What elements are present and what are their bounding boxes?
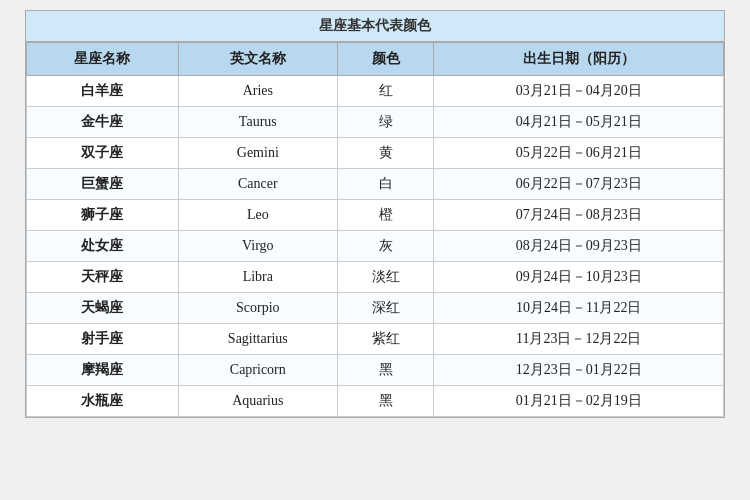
cell-color: 深红 xyxy=(337,293,434,324)
cell-color: 白 xyxy=(337,169,434,200)
cell-dates: 09月24日－10月23日 xyxy=(434,262,724,293)
cell-color: 淡红 xyxy=(337,262,434,293)
table-header-row: 星座名称 英文名称 颜色 出生日期（阳历） xyxy=(27,43,724,76)
cell-english-name: Scorpio xyxy=(178,293,337,324)
table-row: 天蝎座Scorpio深红10月24日－11月22日 xyxy=(27,293,724,324)
cell-chinese-name: 双子座 xyxy=(27,138,179,169)
cell-chinese-name: 巨蟹座 xyxy=(27,169,179,200)
cell-color: 橙 xyxy=(337,200,434,231)
zodiac-table: 星座名称 英文名称 颜色 出生日期（阳历） 白羊座Aries红03月21日－04… xyxy=(26,42,724,417)
cell-dates: 07月24日－08月23日 xyxy=(434,200,724,231)
cell-english-name: Taurus xyxy=(178,107,337,138)
table-row: 双子座Gemini黄05月22日－06月21日 xyxy=(27,138,724,169)
cell-chinese-name: 摩羯座 xyxy=(27,355,179,386)
cell-chinese-name: 天蝎座 xyxy=(27,293,179,324)
table-title: 星座基本代表颜色 xyxy=(26,11,724,42)
cell-dates: 03月21日－04月20日 xyxy=(434,76,724,107)
cell-dates: 12月23日－01月22日 xyxy=(434,355,724,386)
cell-english-name: Gemini xyxy=(178,138,337,169)
table-row: 巨蟹座Cancer白06月22日－07月23日 xyxy=(27,169,724,200)
cell-chinese-name: 金牛座 xyxy=(27,107,179,138)
table-row: 处女座Virgo灰08月24日－09月23日 xyxy=(27,231,724,262)
cell-chinese-name: 处女座 xyxy=(27,231,179,262)
main-container: 星座基本代表颜色 星座名称 英文名称 颜色 出生日期（阳历） 白羊座Aries红… xyxy=(25,10,725,418)
cell-color: 紫红 xyxy=(337,324,434,355)
cell-dates: 08月24日－09月23日 xyxy=(434,231,724,262)
cell-dates: 10月24日－11月22日 xyxy=(434,293,724,324)
cell-chinese-name: 射手座 xyxy=(27,324,179,355)
cell-english-name: Aquarius xyxy=(178,386,337,417)
cell-dates: 05月22日－06月21日 xyxy=(434,138,724,169)
cell-english-name: Aries xyxy=(178,76,337,107)
cell-chinese-name: 天秤座 xyxy=(27,262,179,293)
header-english-name: 英文名称 xyxy=(178,43,337,76)
table-row: 摩羯座Capricorn黑12月23日－01月22日 xyxy=(27,355,724,386)
table-row: 水瓶座Aquarius黑01月21日－02月19日 xyxy=(27,386,724,417)
cell-chinese-name: 水瓶座 xyxy=(27,386,179,417)
header-dates: 出生日期（阳历） xyxy=(434,43,724,76)
cell-chinese-name: 白羊座 xyxy=(27,76,179,107)
table-row: 射手座Sagittarius紫红11月23日－12月22日 xyxy=(27,324,724,355)
cell-color: 黑 xyxy=(337,386,434,417)
cell-english-name: Leo xyxy=(178,200,337,231)
cell-color: 黄 xyxy=(337,138,434,169)
cell-dates: 04月21日－05月21日 xyxy=(434,107,724,138)
cell-english-name: Virgo xyxy=(178,231,337,262)
header-color: 颜色 xyxy=(337,43,434,76)
table-row: 狮子座Leo橙07月24日－08月23日 xyxy=(27,200,724,231)
cell-dates: 06月22日－07月23日 xyxy=(434,169,724,200)
table-row: 白羊座Aries红03月21日－04月20日 xyxy=(27,76,724,107)
cell-chinese-name: 狮子座 xyxy=(27,200,179,231)
cell-english-name: Libra xyxy=(178,262,337,293)
table-row: 金牛座Taurus绿04月21日－05月21日 xyxy=(27,107,724,138)
cell-color: 灰 xyxy=(337,231,434,262)
header-chinese-name: 星座名称 xyxy=(27,43,179,76)
cell-english-name: Capricorn xyxy=(178,355,337,386)
table-row: 天秤座Libra淡红09月24日－10月23日 xyxy=(27,262,724,293)
cell-dates: 11月23日－12月22日 xyxy=(434,324,724,355)
cell-english-name: Cancer xyxy=(178,169,337,200)
cell-color: 绿 xyxy=(337,107,434,138)
cell-color: 红 xyxy=(337,76,434,107)
cell-color: 黑 xyxy=(337,355,434,386)
cell-english-name: Sagittarius xyxy=(178,324,337,355)
cell-dates: 01月21日－02月19日 xyxy=(434,386,724,417)
